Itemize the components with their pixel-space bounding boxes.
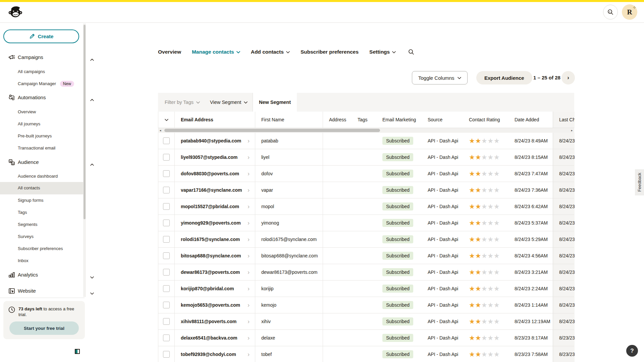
- row-checkbox[interactable]: [163, 170, 170, 177]
- audience-tabs: Overview Manage contacts Add contacts Su…: [158, 49, 415, 55]
- scrollbar-thumb[interactable]: [164, 129, 380, 132]
- col-contact-rating[interactable]: Contact Rating: [463, 112, 508, 128]
- filter-by-tags-dropdown[interactable]: Filter by Tags: [165, 93, 200, 112]
- view-segment-dropdown[interactable]: View Segment: [210, 93, 248, 112]
- col-email-marketing[interactable]: Email Marketing: [376, 112, 422, 128]
- row-checkbox[interactable]: [163, 187, 170, 193]
- sidebar-item-prebuilt-journeys[interactable]: Pre-built journeys: [18, 132, 52, 140]
- tab-overview[interactable]: Overview: [158, 49, 181, 55]
- address-cell: [323, 231, 352, 247]
- last-changed-cell: 8/24/23: [553, 166, 575, 182]
- row-checkbox[interactable]: [163, 203, 170, 210]
- row-checkbox[interactable]: [163, 269, 170, 276]
- sidebar-item-transactional-email[interactable]: Transactional email: [18, 144, 55, 153]
- sidebar-item-subscriber-preferences[interactable]: Subscriber preferences: [18, 244, 63, 253]
- email-cell[interactable]: vapar17166@synclane.com›: [175, 182, 255, 198]
- website-browser-icon: [8, 287, 15, 295]
- sidebar-item-surveys[interactable]: Surveys: [18, 232, 34, 241]
- sidebar-item-all-journeys[interactable]: All journeys: [18, 120, 40, 128]
- export-audience-button[interactable]: Export Audience: [476, 71, 532, 84]
- email-cell[interactable]: kemojo5653@poverts.com›: [175, 297, 255, 313]
- email-cell[interactable]: dofov88030@poverts.com›: [175, 166, 255, 182]
- email-cell[interactable]: bitosap688@synclane.com›: [175, 248, 255, 264]
- col-tags[interactable]: Tags: [352, 112, 376, 128]
- sidebar-section-campaigns[interactable]: Campaigns: [18, 53, 43, 62]
- chevron-right-icon: ›: [248, 248, 250, 264]
- email-cell[interactable]: mopol15527@pbridal.com›: [175, 198, 255, 215]
- start-free-trial-button[interactable]: Start your free trial: [9, 321, 79, 335]
- global-search-button[interactable]: [603, 5, 618, 19]
- last-changed-cell: 8/24/23: [553, 149, 575, 165]
- email-cell[interactable]: liyel93057@stypedia.com›: [175, 149, 255, 165]
- sidebar-item-automations-overview[interactable]: Overview: [18, 108, 36, 116]
- sidebar-item-segments[interactable]: Segments: [18, 220, 38, 229]
- sidebar-item-signup-forms[interactable]: Signup forms: [18, 196, 44, 205]
- panel-toggle-icon[interactable]: [75, 349, 80, 354]
- row-checkbox[interactable]: [163, 252, 170, 259]
- email-cell[interactable]: yimonog929@poverts.com›: [175, 215, 255, 231]
- col-source[interactable]: Source: [422, 112, 463, 128]
- toggle-columns-button[interactable]: Toggle Columns: [412, 71, 468, 84]
- sidebar-item-tags[interactable]: Tags: [18, 208, 27, 217]
- sidebar-section-automations[interactable]: Automations: [18, 93, 46, 102]
- analytics-bars-icon: [8, 271, 15, 279]
- sidebar-item-campaign-manager[interactable]: Campaign Manager New: [18, 79, 74, 88]
- last-changed-cell: 8/23/23: [553, 346, 575, 362]
- row-checkbox[interactable]: [163, 137, 170, 144]
- select-all-dropdown[interactable]: [158, 112, 175, 128]
- table-horizontal-scrollbar[interactable]: ◂ ▸: [158, 128, 574, 133]
- contacts-search-button[interactable]: [408, 49, 415, 55]
- pagination-next-button[interactable]: ›: [561, 71, 575, 84]
- sidebar-section-analytics[interactable]: Analytics: [18, 270, 38, 279]
- sidebar-item-audience-dashboard[interactable]: Audience dashboard: [18, 172, 58, 181]
- row-checkbox[interactable]: [163, 285, 170, 292]
- subscribed-badge: Subscribed: [382, 137, 413, 145]
- sidebar-scrollbar-thumb[interactable]: [84, 25, 86, 219]
- avatar[interactable]: ✧ R: [622, 4, 637, 20]
- sidebar-item-all-contacts[interactable]: All contacts: [18, 184, 40, 192]
- email-cell[interactable]: delaxe6541@backva.com›: [175, 330, 255, 346]
- brand-yellow-stripe: [0, 0, 644, 2]
- new-segment-button[interactable]: New Segment: [253, 93, 297, 112]
- email-cell[interactable]: rolodi1675@synclane.com›: [175, 231, 255, 247]
- last-changed-cell: 8/24/23: [553, 231, 575, 247]
- tab-add-contacts[interactable]: Add contacts: [251, 49, 290, 55]
- col-first-name[interactable]: First Name: [255, 112, 323, 128]
- chevron-right-icon: ›: [248, 313, 250, 329]
- first-name-cell: patabab: [255, 133, 323, 149]
- email-cell[interactable]: tobef92939@chodyi.com›: [175, 346, 255, 362]
- row-checkbox[interactable]: [163, 154, 170, 161]
- empty-stars: ★★★: [481, 301, 500, 309]
- email-cell[interactable]: patabab940@stypedia.com›: [175, 133, 255, 149]
- scroll-left-arrow-icon[interactable]: ◂: [158, 128, 163, 133]
- col-email-address[interactable]: Email Address: [175, 112, 255, 128]
- feedback-tab[interactable]: Feedback: [635, 169, 644, 195]
- col-last-changed[interactable]: Last Changed: [553, 112, 575, 128]
- help-button[interactable]: ?: [626, 345, 638, 357]
- row-checkbox[interactable]: [163, 220, 170, 226]
- mailchimp-logo-icon[interactable]: [7, 5, 22, 19]
- sidebar-item-all-campaigns[interactable]: All campaigns: [18, 67, 45, 76]
- col-address[interactable]: Address: [323, 112, 352, 128]
- empty-stars: ★★★: [481, 351, 500, 358]
- table-row: delaxe6541@backva.com› delaxe Subscribed…: [158, 330, 574, 346]
- email-cell[interactable]: korijip870@pbridal.com›: [175, 281, 255, 297]
- sidebar-item-inbox[interactable]: Inbox: [18, 256, 29, 265]
- gold-stars: ★★: [469, 351, 481, 358]
- email-cell[interactable]: xihiv88111@poverts.com›: [175, 313, 255, 329]
- row-checkbox[interactable]: [163, 302, 170, 308]
- col-date-added[interactable]: Date Added: [508, 112, 553, 128]
- tab-manage-contacts[interactable]: Manage contacts: [192, 49, 240, 55]
- row-checkbox[interactable]: [163, 318, 170, 325]
- tab-settings[interactable]: Settings: [369, 49, 396, 55]
- sidebar-section-website[interactable]: Website: [18, 287, 36, 295]
- scroll-right-arrow-icon[interactable]: ▸: [570, 128, 574, 133]
- row-checkbox[interactable]: [163, 335, 170, 341]
- sidebar-section-audience[interactable]: Audience: [18, 158, 39, 167]
- create-button[interactable]: Create: [3, 29, 79, 43]
- tab-subscriber-preferences[interactable]: Subscriber preferences: [301, 49, 359, 55]
- row-checkbox[interactable]: [163, 351, 170, 358]
- row-checkbox[interactable]: [163, 236, 170, 243]
- first-name-cell: vapar: [255, 182, 323, 198]
- email-cell[interactable]: dewar86173@poverts.com›: [175, 264, 255, 280]
